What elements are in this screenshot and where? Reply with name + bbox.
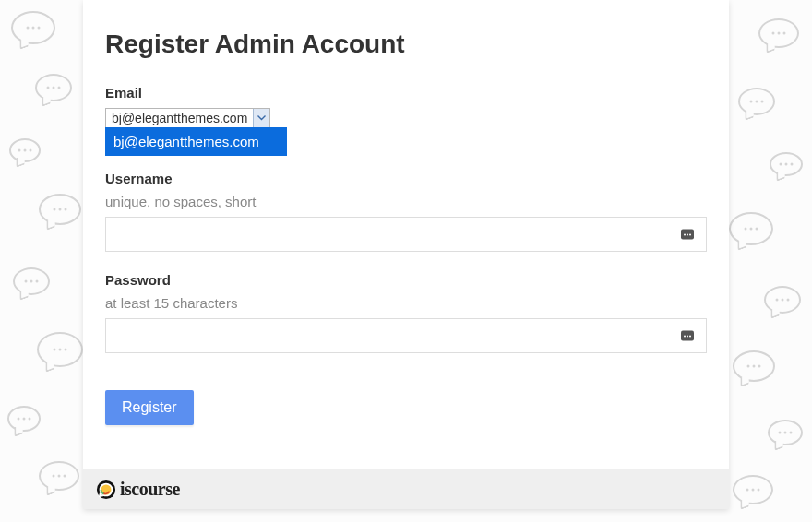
username-hint: unique, no spaces, short [105,194,707,209]
footer: iscourse [83,469,729,509]
password-label: Password [105,272,707,288]
chevron-down-icon[interactable] [253,109,269,127]
password-field-group: Password at least 15 characters [105,272,707,353]
page-title: Register Admin Account [105,30,707,59]
register-panel: Register Admin Account Email bj@elegantt… [83,0,729,509]
brand-text: iscourse [120,479,180,500]
email-dropdown: bj@elegantthemes.com [105,127,287,156]
username-input[interactable] [105,217,707,252]
email-select[interactable]: bj@elegantthemes.com bj@elegantthemes.co… [105,108,270,128]
username-label: Username [105,171,707,186]
email-select-value: bj@elegantthemes.com [106,109,253,127]
keyboard-icon [681,230,694,240]
register-button[interactable]: Register [105,390,194,425]
password-hint: at least 15 characters [105,295,707,311]
email-option[interactable]: bj@elegantthemes.com [106,128,286,155]
email-field-group: Email bj@elegantthemes.com bj@elegantthe… [105,85,707,128]
keyboard-icon [681,331,694,341]
email-label: Email [105,85,707,101]
password-input[interactable] [105,318,707,353]
discourse-logo-icon [96,480,116,500]
form-body: Register Admin Account Email bj@elegantt… [83,0,729,469]
username-field-group: Username unique, no spaces, short [105,171,707,252]
